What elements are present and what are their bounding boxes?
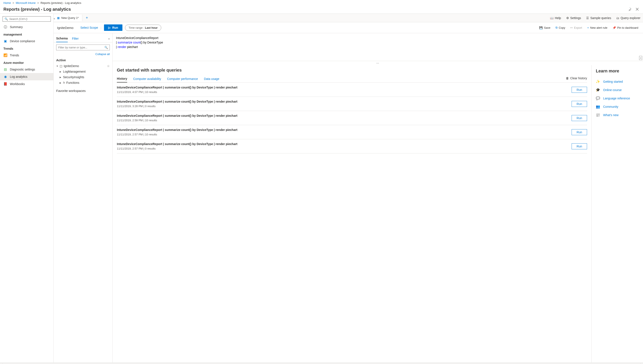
learn-item[interactable]: ✨Getting started	[596, 77, 639, 86]
schema-filter-input[interactable]	[58, 46, 104, 49]
scroll-left-icon[interactable]: ◄	[1, 363, 3, 364]
breadcrumb-intune[interactable]: Microsoft Intune	[16, 1, 36, 4]
learn-label: What's new	[603, 113, 618, 117]
copy-label: Copy	[559, 26, 565, 29]
resize-handle[interactable]: ⋯	[113, 61, 643, 65]
save-icon: 💾	[539, 26, 543, 29]
history-item: IntuneDeviceComplianceReport | summarize…	[117, 97, 587, 111]
learn-item[interactable]: 👥Community	[596, 102, 639, 111]
history-meta: 11/11/2019, 2:57 PM | 10 results	[117, 133, 237, 136]
clear-history-button[interactable]: 🗑 Clear history	[566, 76, 587, 81]
learn-title: Learn more	[596, 68, 639, 74]
breadcrumb-home[interactable]: Home	[4, 1, 11, 4]
nav-log-analytics[interactable]: ◉ Log analytics	[0, 73, 53, 80]
scroll-right-icon[interactable]: ►	[640, 363, 642, 364]
copy-button[interactable]: ⧉ Copy	[554, 25, 566, 30]
tree-securityinsights[interactable]: ▶ SecurityInsights	[54, 74, 112, 80]
nav-label: Trends	[10, 54, 19, 57]
data-usage-tab[interactable]: Data usage	[204, 76, 219, 82]
page-header: Reports (preview) - Log analytics	[0, 6, 643, 14]
query-tab-bar: ▦ New Query 1* + 📖 Help ⚙ Settings ☰ Sam…	[54, 14, 643, 22]
sample-queries-button[interactable]: ☰ Sample queries	[584, 14, 614, 22]
learn-item[interactable]: 📰What's new	[596, 111, 639, 119]
pin-dashboard-button[interactable]: 📌 Pin to dashboard	[611, 25, 639, 30]
code-editor[interactable]: IntuneDeviceComplianceReport | summarize…	[113, 33, 643, 61]
schema-panel: Schema Filter « 🔍 Collapse all Active ▼ …	[54, 33, 113, 362]
history-run-button[interactable]: Run	[572, 143, 587, 149]
settings-button[interactable]: ⚙ Settings	[564, 14, 584, 22]
learn-item[interactable]: 💬Language reference	[596, 94, 639, 102]
new-alert-button[interactable]: + New alert rule	[586, 25, 609, 30]
sidebar-collapse-icon[interactable]: «	[54, 17, 55, 20]
history-meta: 11/11/2019, 2:59 PM | 10 results	[117, 119, 237, 122]
nav-summary[interactable]: ⓘ Summary	[0, 23, 53, 31]
nav-label: Device compliance	[10, 40, 35, 43]
availability-tab[interactable]: Computer availability	[133, 76, 161, 82]
diagnostic-icon: ▤	[4, 68, 7, 71]
nav-device-compliance[interactable]: ▣ Device compliance	[0, 38, 53, 45]
shield-icon: ▣	[4, 39, 7, 43]
code-l2-rest: () by DeviceType	[140, 41, 163, 44]
history-tab[interactable]: History	[117, 75, 127, 82]
chevron-down-icon: ▼	[56, 65, 58, 67]
help-label: Help	[555, 16, 561, 20]
code-l2-pipe: |	[116, 41, 118, 44]
query-tab-1[interactable]: ▦ New Query 1*	[54, 14, 82, 21]
nav-workbooks[interactable]: 📕 Workbooks	[0, 80, 53, 88]
sidebar-search[interactable]: 🔍	[3, 16, 51, 22]
code-l2-fn: count	[132, 41, 140, 44]
workspace-name: IgniteDemo	[57, 26, 74, 30]
history-item: IntuneDeviceComplianceReport | summarize…	[117, 139, 587, 154]
run-button[interactable]: ▷ Run	[104, 24, 122, 31]
nav-trends[interactable]: 📶 Trends	[0, 52, 53, 59]
schema-filter-box[interactable]: 🔍	[56, 44, 110, 50]
learn-label: Community	[603, 105, 618, 108]
nav-diagnostic[interactable]: ▤ Diagnostic settings	[0, 66, 53, 73]
export-button[interactable]: ↦ Export	[569, 25, 583, 30]
schema-tab[interactable]: Schema	[56, 35, 68, 42]
select-scope-link[interactable]: Select Scope	[80, 26, 98, 29]
query-explorer-button[interactable]: 🗂 Query explorer	[614, 14, 643, 22]
learn-icon: ✨	[596, 80, 600, 84]
editor-expand-icon[interactable]: »	[639, 56, 642, 60]
history-query: IntuneDeviceComplianceReport | summarize…	[117, 142, 237, 146]
tree-functions[interactable]: ▶ fx Functions	[54, 80, 112, 86]
tab-icon: ▦	[57, 16, 60, 20]
schema-collapse-icon[interactable]: «	[108, 37, 110, 40]
performance-tab[interactable]: Computer performance	[167, 76, 198, 82]
history-meta: 11/11/2019, 2:57 PM | 0 results	[117, 147, 237, 150]
tab-label: New Query 1*	[61, 16, 79, 20]
pin-icon[interactable]	[627, 7, 632, 12]
learn-label: Language reference	[603, 96, 630, 100]
group-management: management	[0, 31, 53, 38]
history-run-button[interactable]: Run	[572, 101, 587, 107]
search-icon: 🔍	[5, 17, 8, 20]
add-tab-button[interactable]: +	[82, 14, 92, 22]
sidebar: 🔍 ⓘ Summary management ▣ Device complian…	[0, 14, 54, 362]
history-run-button[interactable]: Run	[572, 87, 587, 93]
learn-item[interactable]: 🎓Online course	[596, 86, 639, 94]
results-panel: Get started with sample queries History …	[113, 65, 591, 362]
history-meta: 11/11/2019, 3:28 PM | 0 results	[117, 104, 237, 108]
close-icon[interactable]	[635, 7, 639, 12]
alert-label: New alert rule	[590, 26, 607, 29]
time-range-picker[interactable]: Time range : Last hour	[125, 25, 161, 31]
star-icon[interactable]: ☆	[107, 64, 110, 68]
history-run-button[interactable]: Run	[572, 129, 587, 135]
tree-logmanagement[interactable]: ▶ LogManagement	[54, 69, 112, 74]
group-azure-monitor: Azure monitor	[0, 59, 53, 66]
export-label: Export	[574, 26, 582, 29]
code-l3-pipe: |	[116, 45, 118, 49]
history-item: IntuneDeviceComplianceReport | summarize…	[117, 125, 587, 139]
search-input[interactable]	[9, 17, 49, 20]
breadcrumb-current: Reports (preview) - Log analytics	[41, 1, 81, 4]
tree-workspace[interactable]: ▼ ◫ IgniteDemo ☆	[54, 63, 112, 69]
horizontal-scrollbar[interactable]: ◄ ►	[0, 362, 643, 364]
save-button[interactable]: 💾 Save	[538, 25, 552, 30]
filter-tab[interactable]: Filter	[72, 35, 79, 42]
query-toolbar: IgniteDemo Select Scope | ▷ Run Time ran…	[54, 22, 643, 33]
history-run-button[interactable]: Run	[572, 115, 587, 121]
explorer-label: Query explorer	[620, 16, 640, 20]
collapse-all-link[interactable]: Collapse all	[54, 52, 112, 57]
help-button[interactable]: 📖 Help	[547, 14, 564, 22]
